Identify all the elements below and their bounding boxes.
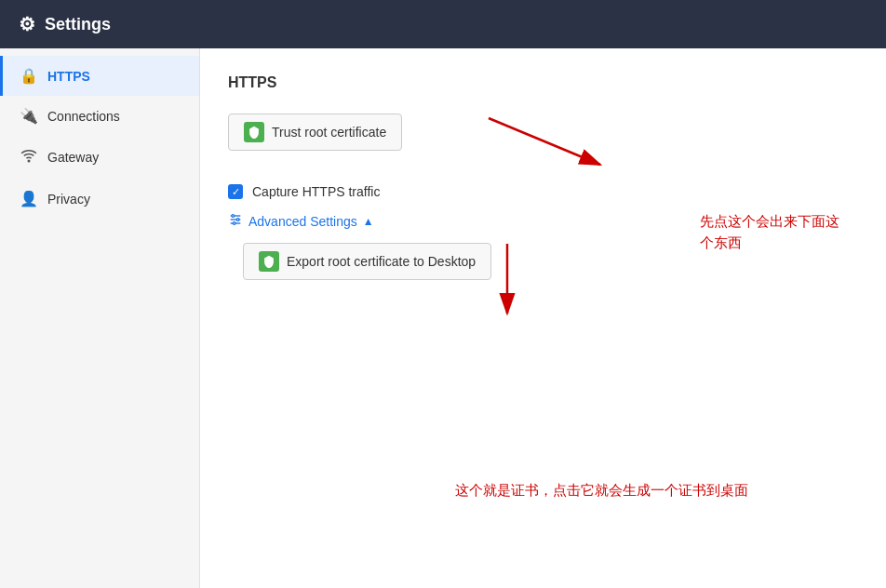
svg-point-5	[236, 219, 239, 221]
capture-label: Capture HTTPS traffic	[252, 184, 380, 199]
sidebar-label-connections: Connections	[47, 109, 120, 124]
sidebar-item-connections[interactable]: 🔌 Connections	[0, 96, 199, 136]
wifi-icon	[20, 147, 38, 167]
sidebar: 🔒 HTTPS 🔌 Connections Gateway 👤 Privacy	[0, 48, 200, 588]
sidebar-item-privacy[interactable]: 👤 Privacy	[0, 179, 199, 219]
svg-point-0	[28, 160, 30, 162]
trust-certificate-button[interactable]: Trust root certificate	[228, 114, 402, 151]
connections-icon: 🔌	[20, 107, 38, 125]
capture-https-row: ✓ Capture HTTPS traffic	[228, 184, 858, 199]
sliders-icon	[228, 212, 243, 230]
sidebar-label-privacy: Privacy	[47, 192, 90, 207]
sidebar-item-gateway[interactable]: Gateway	[0, 136, 199, 179]
content-area: HTTPS Trust root certificate ✓ Capture H…	[200, 48, 886, 588]
trust-certificate-label: Trust root certificate	[272, 125, 386, 140]
sidebar-item-https[interactable]: 🔒 HTTPS	[0, 56, 199, 96]
title-bar: ⚙ Settings	[0, 0, 886, 48]
svg-point-6	[233, 222, 235, 225]
chevron-up-icon: ▲	[363, 215, 374, 228]
page-title: HTTPS	[228, 74, 858, 91]
annotation-text-2: 这个就是证书，点击它就会生成一个证书到桌面	[455, 482, 748, 500]
annotation-text-1: 先点这个会出来下面这个东西	[700, 211, 849, 253]
main-layout: 🔒 HTTPS 🔌 Connections Gateway 👤 Privacy	[0, 48, 886, 588]
advanced-settings-label: Advanced Settings	[248, 214, 357, 229]
sidebar-label-https: HTTPS	[47, 69, 90, 84]
export-certificate-label: Export root certificate to Desktop	[287, 254, 476, 269]
sidebar-label-gateway: Gateway	[47, 150, 99, 165]
lock-icon: 🔒	[20, 67, 38, 85]
capture-checkbox[interactable]: ✓	[228, 184, 243, 199]
cert-icon	[244, 122, 264, 142]
export-certificate-button[interactable]: Export root certificate to Desktop	[243, 243, 491, 280]
app-title: Settings	[45, 15, 111, 34]
person-icon: 👤	[20, 190, 38, 207]
export-cert-icon	[259, 251, 279, 272]
svg-point-4	[232, 215, 235, 218]
gear-icon: ⚙	[19, 13, 35, 35]
